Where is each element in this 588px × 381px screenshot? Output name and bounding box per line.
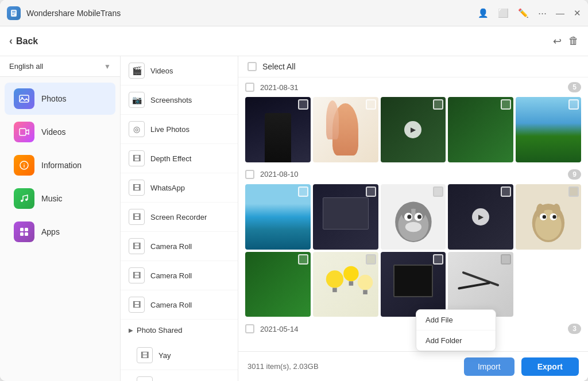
date-header-1: 2021-08-31 5 xyxy=(245,82,581,92)
middle-screenshots-icon: 📷 xyxy=(129,92,145,108)
photo-checkbox[interactable] xyxy=(366,99,376,110)
menu-icon[interactable]: ⋯ xyxy=(538,8,547,18)
back-button[interactable]: ‹ Back xyxy=(9,35,38,47)
date-section-1: 2021-08-31 5 xyxy=(245,82,581,162)
middle-item-yay[interactable]: 🎞 Yay xyxy=(121,341,238,370)
svg-rect-2 xyxy=(12,13,16,13)
middle-item-camera-roll-1[interactable]: 🎞 Camera Roll xyxy=(121,232,238,261)
photo-thumb[interactable] xyxy=(245,252,311,317)
photo-thumb[interactable]: ▶ xyxy=(381,97,446,162)
middle-item-meishi[interactable]: 🎞 Meishi xyxy=(121,370,238,381)
trash-icon[interactable]: 🗑 xyxy=(568,35,579,47)
svg-rect-12 xyxy=(25,228,28,231)
middle-cameraroll3-label: Camera Roll xyxy=(150,301,192,309)
sidebar: English all ▼ Photos xyxy=(0,56,121,381)
main-content: English all ▼ Photos xyxy=(0,56,588,381)
photo-checkbox[interactable] xyxy=(433,99,443,110)
middle-cameraroll2-label: Camera Roll xyxy=(150,271,192,280)
middle-whatsapp-icon: 🎞 xyxy=(129,180,145,196)
play-button[interactable]: ▶ xyxy=(472,208,489,226)
middle-depth-label: Depth Effect xyxy=(150,154,191,163)
edit-icon[interactable]: ✏️ xyxy=(518,8,529,18)
middle-item-videos[interactable]: 🎬 Videos xyxy=(121,56,238,85)
photo-thumb[interactable]: ▶ xyxy=(381,252,446,317)
middle-item-whatsapp[interactable]: 🎞 WhatsApp xyxy=(121,173,238,203)
middle-item-screen-recorder[interactable]: 🎞 Screen Recorder xyxy=(121,203,238,232)
photo-thumb[interactable] xyxy=(381,184,446,250)
window-controls: 👤 ⬜ ✏️ ⋯ — ✕ xyxy=(478,8,581,18)
date-checkbox-1[interactable] xyxy=(245,83,254,92)
svg-rect-3 xyxy=(12,14,14,15)
context-menu-add-folder[interactable]: Add Folder xyxy=(416,331,496,351)
sidebar-label-photos: Photos xyxy=(41,94,67,103)
svg-rect-33 xyxy=(332,287,337,292)
sidebar-item-music[interactable]: Music xyxy=(5,182,115,215)
svg-point-36 xyxy=(358,274,373,290)
item-count: 3011 item(s), 2.03GB xyxy=(247,362,319,371)
middle-cameraroll1-label: Camera Roll xyxy=(150,242,192,251)
svg-rect-11 xyxy=(20,228,24,231)
photo-thumb[interactable] xyxy=(245,184,311,250)
date-section-2: 2021-08-10 9 xyxy=(245,169,581,317)
sidebar-label-information: Information xyxy=(41,161,82,170)
middle-yay-label: Yay xyxy=(158,351,171,360)
play-button[interactable]: ▶ xyxy=(404,121,421,138)
minimize-button[interactable]: — xyxy=(556,8,564,18)
photo-checkbox[interactable] xyxy=(568,99,579,110)
photo-shared-header[interactable]: ▶ Photo Shared xyxy=(121,320,238,341)
middle-item-depth-effect[interactable]: 🎞 Depth Effect xyxy=(121,144,238,173)
photo-thumb[interactable] xyxy=(448,97,513,162)
svg-rect-13 xyxy=(20,232,24,236)
sidebar-item-information[interactable]: i Information xyxy=(5,149,115,181)
svg-rect-6 xyxy=(20,129,26,135)
select-all-checkbox[interactable] xyxy=(247,62,257,71)
language-dropdown[interactable]: English all ▼ xyxy=(0,56,120,77)
photo-thumb[interactable] xyxy=(313,252,378,317)
photo-thumb[interactable] xyxy=(516,97,581,162)
middle-item-screenshots[interactable]: 📷 Screenshots xyxy=(121,85,238,115)
sidebar-item-videos[interactable]: Videos xyxy=(5,116,115,148)
sidebar-item-apps[interactable]: Apps xyxy=(5,216,115,248)
date-checkbox-3[interactable] xyxy=(245,324,254,333)
toolbar-actions: ↩ 🗑 xyxy=(553,35,579,48)
photo-checkbox[interactable] xyxy=(501,186,511,197)
triangle-icon: ▶ xyxy=(129,327,133,333)
photo-thumb[interactable] xyxy=(516,184,581,250)
photo-thumb[interactable]: ▶ xyxy=(448,184,513,250)
sidebar-item-photos[interactable]: Photos xyxy=(5,83,115,115)
middle-item-live-photos[interactable]: ◎ Live Photos xyxy=(121,115,238,144)
photo-grid-2: ▶ xyxy=(245,184,581,317)
toolbar: ‹ Back ↩ 🗑 xyxy=(0,26,588,56)
middle-item-camera-roll-2[interactable]: 🎞 Camera Roll xyxy=(121,261,238,290)
back-label: Back xyxy=(16,36,38,46)
titlebar: Wondershare MobileTrans 👤 ⬜ ✏️ ⋯ — ✕ xyxy=(0,0,588,26)
window-icon[interactable]: ⬜ xyxy=(498,8,509,18)
import-button[interactable]: Import xyxy=(464,357,514,376)
svg-point-22 xyxy=(417,215,421,219)
export-button[interactable]: Export xyxy=(521,357,579,376)
svg-point-31 xyxy=(553,215,556,219)
photo-thumb[interactable] xyxy=(313,184,378,250)
photo-thumb[interactable] xyxy=(313,97,378,162)
photo-checkbox[interactable] xyxy=(501,254,511,265)
photo-thumb[interactable] xyxy=(448,252,513,317)
photo-checkbox[interactable] xyxy=(433,254,443,265)
middle-cameraroll3-icon: 🎞 xyxy=(129,297,145,313)
photo-checkbox[interactable] xyxy=(501,99,511,110)
photo-checkbox[interactable] xyxy=(366,186,376,197)
middle-item-camera-roll-3[interactable]: 🎞 Camera Roll xyxy=(121,290,238,320)
chevron-down-icon: ▼ xyxy=(104,63,111,71)
photo-checkbox[interactable] xyxy=(298,186,308,197)
undo-icon[interactable]: ↩ xyxy=(553,35,562,48)
photos-scroll[interactable]: 2021-08-31 5 xyxy=(238,77,588,351)
profile-icon[interactable]: 👤 xyxy=(478,8,489,18)
date-section-3: 2021-05-14 3 xyxy=(245,324,581,334)
photo-thumb[interactable] xyxy=(245,97,311,162)
svg-point-32 xyxy=(326,270,343,287)
svg-rect-37 xyxy=(363,290,368,294)
close-button[interactable]: ✕ xyxy=(574,8,581,18)
photo-checkbox[interactable] xyxy=(298,254,308,265)
date-checkbox-2[interactable] xyxy=(245,170,254,179)
back-arrow-icon: ‹ xyxy=(9,35,13,47)
context-menu-add-file[interactable]: Add File xyxy=(416,310,496,331)
